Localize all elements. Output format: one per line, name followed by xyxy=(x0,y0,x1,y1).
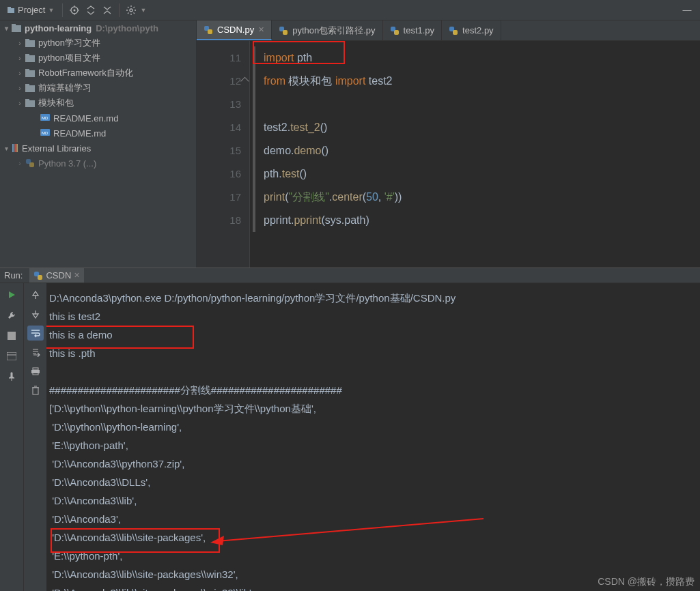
settings-button[interactable] xyxy=(124,3,139,18)
close-icon[interactable]: ✕ xyxy=(258,25,264,34)
svg-rect-13 xyxy=(25,55,35,62)
code-line[interactable]: print("分割线".center(50, '#')) xyxy=(253,186,700,209)
console-line: 'D:\\Anconda3\\lib', xyxy=(49,491,697,510)
pin-button[interactable] xyxy=(3,369,20,384)
svg-rect-25 xyxy=(8,332,16,340)
md-icon: MD xyxy=(40,113,51,124)
svg-rect-18 xyxy=(25,84,29,86)
code-line[interactable]: from 模块和包 import test2 xyxy=(253,70,700,93)
svg-rect-11 xyxy=(25,40,35,47)
svg-rect-15 xyxy=(25,70,35,77)
project-root-path: D:\python\pyth xyxy=(96,23,158,33)
editor-tab[interactable]: python包索引路径.py xyxy=(272,20,382,40)
file-label: README.en.md xyxy=(53,113,118,124)
python-icon xyxy=(449,26,458,35)
code-line[interactable]: test2.test_2() xyxy=(253,116,700,139)
console-output[interactable]: D:\Anconda3\python.exe D:/python/python-… xyxy=(46,283,700,591)
sidebar-folder[interactable]: ›前端基础学习 xyxy=(0,81,196,96)
run-tab[interactable]: CSDN ✕ xyxy=(29,268,84,283)
tab-label: test2.py xyxy=(462,25,494,35)
layout-button[interactable] xyxy=(3,349,20,364)
code-line[interactable]: demo.demo() xyxy=(253,139,700,162)
console-line: 'D:\\python\\python-learning', xyxy=(49,418,697,436)
library-row[interactable]: › Python 3.7 (...) xyxy=(0,156,196,171)
svg-text:MD: MD xyxy=(42,116,48,120)
editor-tab[interactable]: test1.py xyxy=(383,20,443,40)
watermark: CSDN @搬砖，攒路费 xyxy=(598,576,695,588)
up-button[interactable] xyxy=(27,287,44,302)
svg-text:MD: MD xyxy=(42,131,48,135)
console-line: 'D:\\Anconda3', xyxy=(49,510,697,528)
gutter: 1112131415161718 xyxy=(197,41,250,268)
tab-label: test1.py xyxy=(404,25,435,35)
code-line[interactable]: import pth xyxy=(253,46,700,70)
folder-icon xyxy=(25,83,36,93)
project-root[interactable]: ▾ python-learning D:\python\pyth xyxy=(0,20,196,35)
sidebar-folder[interactable]: ›python学习文件 xyxy=(0,35,196,51)
chevron-down-icon: ▾ xyxy=(1,25,11,32)
project-root-name: python-learning xyxy=(25,23,92,33)
stop-button[interactable] xyxy=(3,328,20,343)
external-libraries[interactable]: ▾ External Libraries xyxy=(0,141,196,156)
run-header: Run: CSDN ✕ xyxy=(0,268,700,283)
folder-label: 前端基础学习 xyxy=(38,82,92,94)
tab-label: CSDN.py xyxy=(217,25,254,35)
external-libraries-label: External Libraries xyxy=(22,143,91,154)
folder-icon xyxy=(11,23,22,33)
rerun-button[interactable] xyxy=(3,287,20,302)
scroll-to-end-button[interactable] xyxy=(27,345,44,360)
folder-label: 模块和包 xyxy=(38,97,74,109)
soft-wrap-button[interactable] xyxy=(27,326,44,341)
run-label: Run: xyxy=(4,270,23,280)
svg-rect-0 xyxy=(8,8,14,13)
run-toolbar-left xyxy=(0,283,23,591)
expand-all-button[interactable] xyxy=(83,3,98,18)
sidebar-file[interactable]: MDREADME.md xyxy=(0,126,196,141)
sidebar-folder[interactable]: ›模块和包 xyxy=(0,96,196,111)
python-icon xyxy=(204,25,213,35)
sidebar-folder[interactable]: ›python项目文件 xyxy=(0,51,196,66)
project-dropdown[interactable]: Project ▼ xyxy=(3,3,58,16)
tab-label: python包索引路径.py xyxy=(292,25,375,37)
print-button[interactable] xyxy=(27,364,44,379)
sidebar-folder[interactable]: ›RobotFramework自动化 xyxy=(0,66,196,81)
trash-button[interactable] xyxy=(27,383,44,398)
console-line: 'E:\\python-path', xyxy=(49,436,697,455)
project-icon xyxy=(7,6,15,14)
svg-rect-9 xyxy=(12,25,21,32)
code-line[interactable]: pth.test() xyxy=(253,162,700,186)
svg-rect-14 xyxy=(25,54,29,56)
svg-rect-26 xyxy=(7,352,16,360)
libraries-icon xyxy=(12,144,18,152)
down-button[interactable] xyxy=(27,306,44,321)
wrench-button[interactable] xyxy=(3,308,20,323)
close-icon[interactable]: ✕ xyxy=(74,271,80,280)
select-opened-file-button[interactable] xyxy=(67,3,82,18)
python-icon xyxy=(279,26,288,35)
chevron-right-icon: › xyxy=(15,70,25,77)
editor-tab[interactable]: test2.py xyxy=(442,20,501,40)
editor-tab[interactable]: CSDN.py✕ xyxy=(197,20,272,40)
svg-rect-10 xyxy=(12,24,16,26)
run-tab-label: CSDN xyxy=(46,270,71,280)
python-icon xyxy=(33,271,43,280)
project-label: Project xyxy=(18,5,45,15)
hide-button[interactable]: — xyxy=(680,3,695,18)
chevron-right-icon: › xyxy=(15,55,25,62)
folder-label: python学习文件 xyxy=(38,37,100,49)
svg-rect-17 xyxy=(25,85,35,92)
editor-tabs: CSDN.py✕python包索引路径.pytest1.pytest2.py xyxy=(197,20,700,41)
console-line: 'E:\\python-pth', xyxy=(49,547,697,565)
main-toolbar: Project ▼ ▼ — xyxy=(0,0,700,20)
collapse-all-button[interactable] xyxy=(100,3,115,18)
run-toolbar-right xyxy=(23,283,46,591)
code-line[interactable]: pprint.pprint(sys.path) xyxy=(253,209,700,232)
console-line: D:\Anconda3\python.exe D:/python/python-… xyxy=(49,289,697,307)
code-line[interactable] xyxy=(253,93,700,116)
svg-rect-16 xyxy=(25,69,29,71)
console-line: 'D:\\Anconda3\\lib\\site-packages', xyxy=(49,528,697,547)
sidebar-file[interactable]: MDREADME.en.md xyxy=(0,111,196,126)
svg-rect-28 xyxy=(33,368,38,370)
svg-rect-12 xyxy=(25,39,29,41)
code-content[interactable]: import pthfrom 模块和包 import test2 test2.t… xyxy=(250,41,700,268)
